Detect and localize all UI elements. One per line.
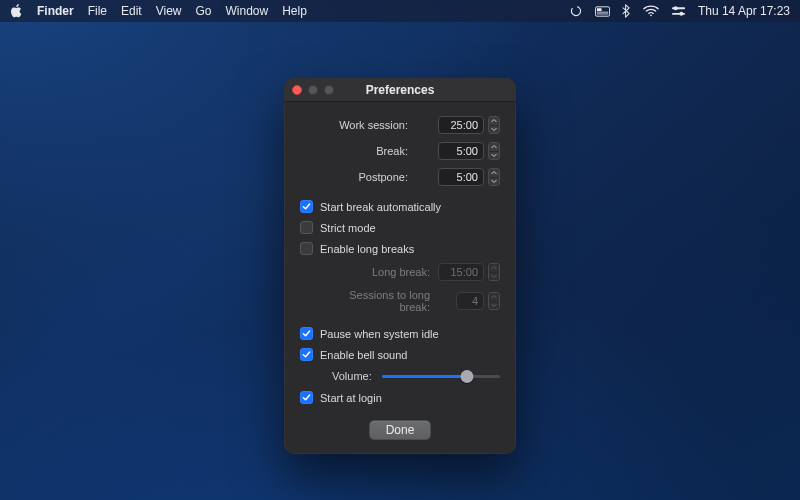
work-session-stepper[interactable] xyxy=(488,116,500,134)
svg-point-9 xyxy=(679,12,683,16)
volume-slider[interactable] xyxy=(382,369,500,383)
long-break-stepper xyxy=(488,263,500,281)
done-button[interactable]: Done xyxy=(369,420,432,440)
chevron-up-icon[interactable] xyxy=(489,143,499,152)
menubar-app-name[interactable]: Finder xyxy=(37,4,74,18)
chevron-up-icon xyxy=(489,293,499,302)
break-field[interactable]: 5:00 xyxy=(438,142,484,160)
work-session-field[interactable]: 25:00 xyxy=(438,116,484,134)
long-break-label: Long break: xyxy=(318,266,430,278)
start-break-auto-checkbox[interactable] xyxy=(300,200,313,213)
pomodoro-timer-icon[interactable] xyxy=(569,4,583,18)
preferences-window: Preferences Work session: 25:00 Break: 5… xyxy=(284,78,516,454)
chevron-down-icon xyxy=(489,273,499,281)
work-session-label: Work session: xyxy=(300,119,408,131)
long-break-field: 15:00 xyxy=(438,263,484,281)
start-at-login-checkbox[interactable] xyxy=(300,391,313,404)
enable-long-breaks-label: Enable long breaks xyxy=(320,243,414,255)
svg-point-0 xyxy=(570,5,581,16)
apple-logo-icon[interactable] xyxy=(10,4,23,18)
window-titlebar[interactable]: Preferences xyxy=(284,78,516,102)
chevron-up-icon[interactable] xyxy=(489,169,499,178)
chevron-up-icon xyxy=(489,264,499,273)
menu-help[interactable]: Help xyxy=(282,4,307,18)
break-label: Break: xyxy=(300,145,408,157)
start-at-login-label: Start at login xyxy=(320,392,382,404)
svg-point-5 xyxy=(650,14,652,16)
menu-go[interactable]: Go xyxy=(196,4,212,18)
postpone-label: Postpone: xyxy=(300,171,408,183)
menu-edit[interactable]: Edit xyxy=(121,4,142,18)
menubar-clock[interactable]: Thu 14 Apr 17:23 xyxy=(698,4,790,18)
control-center-icon[interactable] xyxy=(671,5,686,17)
sessions-to-long-break-label: Sessions to long break: xyxy=(318,289,430,313)
break-stepper[interactable] xyxy=(488,142,500,160)
menu-file[interactable]: File xyxy=(88,4,107,18)
minimize-icon xyxy=(308,85,318,95)
menu-view[interactable]: View xyxy=(156,4,182,18)
chevron-down-icon xyxy=(489,302,499,310)
wifi-icon[interactable] xyxy=(643,5,659,17)
chevron-down-icon[interactable] xyxy=(489,152,499,160)
svg-point-7 xyxy=(674,6,678,10)
chevron-up-icon[interactable] xyxy=(489,117,499,126)
close-icon[interactable] xyxy=(292,85,302,95)
zoom-icon xyxy=(324,85,334,95)
pause-when-idle-label: Pause when system idle xyxy=(320,328,439,340)
svg-rect-2 xyxy=(597,8,602,11)
enable-bell-checkbox[interactable] xyxy=(300,348,313,361)
start-break-auto-label: Start break automatically xyxy=(320,201,441,213)
menubar: Finder File Edit View Go Window Help Thu… xyxy=(0,0,800,22)
menu-window[interactable]: Window xyxy=(226,4,269,18)
pause-when-idle-checkbox[interactable] xyxy=(300,327,313,340)
chevron-down-icon[interactable] xyxy=(489,126,499,134)
volume-label: Volume: xyxy=(332,370,372,382)
enable-long-breaks-checkbox[interactable] xyxy=(300,242,313,255)
strict-mode-label: Strict mode xyxy=(320,222,376,234)
postpone-stepper[interactable] xyxy=(488,168,500,186)
postpone-field[interactable]: 5:00 xyxy=(438,168,484,186)
sessions-to-long-break-stepper xyxy=(488,292,500,310)
input-source-icon[interactable] xyxy=(595,6,610,17)
strict-mode-checkbox[interactable] xyxy=(300,221,313,234)
sessions-to-long-break-field: 4 xyxy=(456,292,484,310)
enable-bell-label: Enable bell sound xyxy=(320,349,407,361)
bluetooth-icon[interactable] xyxy=(622,4,631,18)
chevron-down-icon[interactable] xyxy=(489,178,499,186)
